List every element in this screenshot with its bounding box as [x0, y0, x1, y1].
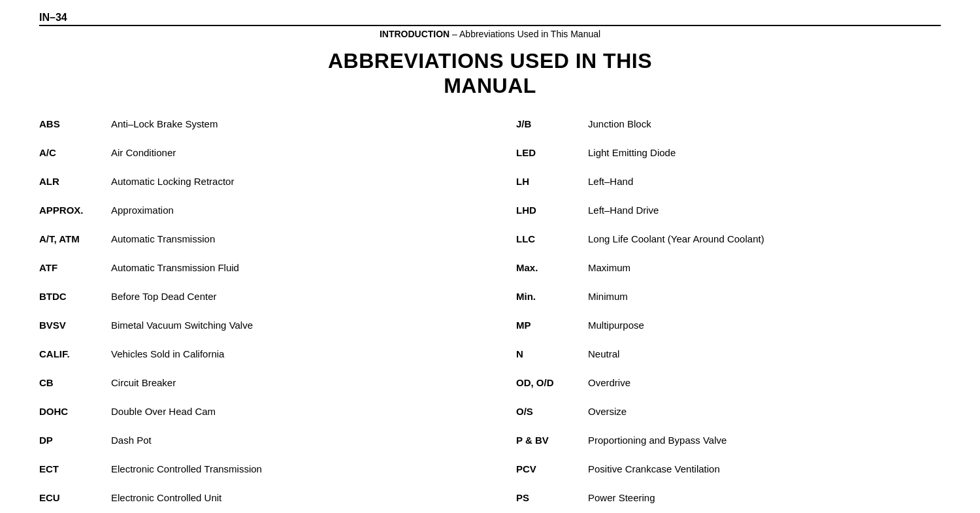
abbrev-code: O/S	[516, 405, 588, 417]
page-id: IN–34	[39, 12, 941, 24]
abbrev-code: BTDC	[39, 290, 111, 302]
abbrev-code: J/B	[516, 117, 588, 129]
abbreviations-table: ABSAnti–Lock Brake SystemA/CAir Conditio…	[39, 117, 941, 513]
abbrev-desc: Automatic Locking Retractor	[111, 174, 464, 187]
abbrev-desc: Double Over Head Cam	[111, 405, 464, 417]
list-item: A/CAir Conditioner	[39, 146, 464, 169]
abbrev-desc: Electronic Controlled Transmission	[111, 462, 464, 474]
section-label: INTRODUCTION	[380, 29, 449, 39]
list-item: DPDash Pot	[39, 433, 464, 457]
abbrev-desc: Electronic Controlled Unit	[111, 491, 464, 503]
abbrev-code: Max.	[516, 261, 588, 273]
abbrev-code: DP	[39, 433, 111, 446]
list-item: Min.Minimum	[516, 290, 941, 313]
abbrev-code: ATF	[39, 261, 111, 273]
abbrev-code: LED	[516, 146, 588, 158]
abbrev-desc: Anti–Lock Brake System	[111, 117, 464, 129]
abbrev-code: ALR	[39, 174, 111, 187]
abbrev-desc: Minimum	[588, 290, 941, 302]
list-item: CBCircuit Breaker	[39, 376, 464, 399]
abbrev-code: N	[516, 347, 588, 359]
abbrev-desc: Before Top Dead Center	[111, 290, 464, 302]
abbrev-desc: Air Conditioner	[111, 146, 464, 158]
abbrev-desc: Automatic Transmission Fluid	[111, 261, 464, 273]
abbrev-desc: Dash Pot	[111, 433, 464, 446]
list-item: BVSVBimetal Vacuum Switching Valve	[39, 318, 464, 342]
abbrev-code: LHD	[516, 203, 588, 216]
list-item: Max.Maximum	[516, 261, 941, 284]
abbrev-code: MP	[516, 318, 588, 331]
abbrev-code: DOHC	[39, 405, 111, 417]
abbrev-code: ECT	[39, 462, 111, 474]
abbrev-code: A/C	[39, 146, 111, 158]
abbrev-desc: Vehicles Sold in California	[111, 347, 464, 359]
abbrev-desc: Maximum	[588, 261, 941, 273]
list-item: O/SOversize	[516, 405, 941, 428]
abbrev-code: CB	[39, 376, 111, 388]
abbrev-desc: Positive Crankcase Ventilation	[588, 462, 941, 474]
abbrev-desc: Approximation	[111, 203, 464, 216]
abbrev-desc: Power Steering	[588, 491, 941, 503]
title-line2: MANUAL	[39, 73, 941, 98]
list-item: APPROX.Approximation	[39, 203, 464, 227]
abbrev-desc: Oversize	[588, 405, 941, 417]
page-header: IN–34 INTRODUCTION – Abbreviations Used …	[39, 12, 941, 48]
abbrev-desc: Multipurpose	[588, 318, 941, 331]
abbrev-code: ECU	[39, 491, 111, 503]
abbrev-code: LLC	[516, 232, 588, 244]
list-item: OD, O/DOverdrive	[516, 376, 941, 399]
abbrev-code: LH	[516, 174, 588, 187]
abbrev-desc: Proportioning and Bypass Valve	[588, 433, 941, 446]
abbrev-desc: Long Life Coolant (Year Around Coolant)	[588, 232, 941, 244]
header-separator: –	[452, 29, 457, 39]
list-item: CALIF.Vehicles Sold in California	[39, 347, 464, 371]
header-rule-line: INTRODUCTION – Abbreviations Used in Thi…	[39, 25, 941, 39]
list-item: DOHCDouble Over Head Cam	[39, 405, 464, 428]
abbrev-code: Min.	[516, 290, 588, 302]
page-container: IN–34 INTRODUCTION – Abbreviations Used …	[0, 0, 980, 513]
list-item: LLCLong Life Coolant (Year Around Coolan…	[516, 232, 941, 256]
header-center-text: INTRODUCTION – Abbreviations Used in Thi…	[39, 29, 941, 39]
abbrev-code: A/T, ATM	[39, 232, 111, 244]
list-item: PSPower Steering	[516, 491, 941, 513]
header-subtitle: Abbreviations Used in This Manual	[459, 29, 600, 39]
abbrev-desc: Circuit Breaker	[111, 376, 464, 388]
list-item: J/BJunction Block	[516, 117, 941, 141]
abbrev-desc: Light Emitting Diode	[588, 146, 941, 158]
list-item: ECUElectronic Controlled Unit	[39, 491, 464, 513]
right-column: J/BJunction BlockLEDLight Emitting Diode…	[490, 117, 941, 513]
abbrev-code: ABS	[39, 117, 111, 129]
abbrev-desc: Left–Hand	[588, 174, 941, 187]
list-item: A/T, ATMAutomatic Transmission	[39, 232, 464, 256]
list-item: NNeutral	[516, 347, 941, 371]
abbrev-code: OD, O/D	[516, 376, 588, 388]
abbrev-code: BVSV	[39, 318, 111, 331]
abbrev-desc: Neutral	[588, 347, 941, 359]
abbrev-code: P & BV	[516, 433, 588, 446]
list-item: MPMultipurpose	[516, 318, 941, 342]
page-title: ABBREVIATIONS USED IN THIS MANUAL	[39, 48, 941, 99]
abbrev-code: APPROX.	[39, 203, 111, 216]
title-line1: ABBREVIATIONS USED IN THIS	[39, 48, 941, 73]
abbrev-code: CALIF.	[39, 347, 111, 359]
abbrev-desc: Junction Block	[588, 117, 941, 129]
list-item: ABSAnti–Lock Brake System	[39, 117, 464, 141]
list-item: ALRAutomatic Locking Retractor	[39, 174, 464, 198]
left-column: ABSAnti–Lock Brake SystemA/CAir Conditio…	[39, 117, 490, 513]
list-item: PCVPositive Crankcase Ventilation	[516, 462, 941, 486]
abbrev-code: PS	[516, 491, 588, 503]
list-item: ATFAutomatic Transmission Fluid	[39, 261, 464, 284]
list-item: LHLeft–Hand	[516, 174, 941, 198]
abbrev-desc: Automatic Transmission	[111, 232, 464, 244]
abbrev-desc: Left–Hand Drive	[588, 203, 941, 216]
abbrev-desc: Overdrive	[588, 376, 941, 388]
list-item: P & BVProportioning and Bypass Valve	[516, 433, 941, 457]
list-item: ECTElectronic Controlled Transmission	[39, 462, 464, 486]
abbrev-desc: Bimetal Vacuum Switching Valve	[111, 318, 464, 331]
list-item: LHDLeft–Hand Drive	[516, 203, 941, 227]
list-item: LEDLight Emitting Diode	[516, 146, 941, 169]
list-item: BTDCBefore Top Dead Center	[39, 290, 464, 313]
abbrev-code: PCV	[516, 462, 588, 474]
